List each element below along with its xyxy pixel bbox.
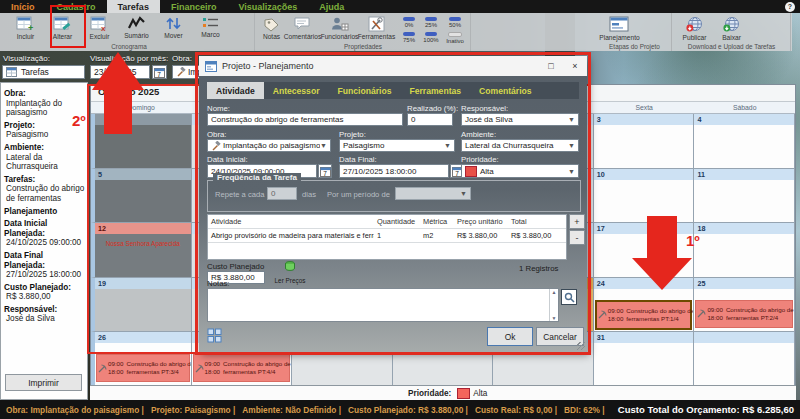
- ribbon-group-2: NotasComentáriosFuncionáriosFerramentas0…: [256, 13, 471, 51]
- legend-label: Prioridade:: [408, 389, 451, 398]
- calendar-picker-button[interactable]: 7: [152, 65, 167, 79]
- resize-grip[interactable]: [577, 342, 585, 350]
- close-button[interactable]: ×: [563, 56, 587, 76]
- annotation-box-alterar: [50, 5, 86, 48]
- dialog-title-bar[interactable]: Projeto - Planejamento □ ×: [199, 56, 587, 76]
- dialog-tab-antecessor[interactable]: Antecessor: [264, 82, 329, 99]
- dialog-tab-atividade[interactable]: Atividade: [207, 82, 264, 99]
- realizado-input[interactable]: 0: [407, 113, 453, 126]
- event-text: ferramentas PT:1/4: [626, 315, 694, 323]
- notes-scrollbar[interactable]: ▲▼: [549, 289, 558, 321]
- ribbon-button-ferramentas[interactable]: Ferramentas: [359, 15, 394, 40]
- dialog-tab-ferramentas[interactable]: Ferramentas: [400, 82, 470, 99]
- calendar-day-cell[interactable]: [91, 114, 192, 169]
- pickaxe-icon: [697, 309, 706, 318]
- status-item: Custo Real: R$ 0,00: [475, 405, 557, 415]
- tools-icon: [368, 16, 385, 32]
- calendar-day-cell[interactable]: 31: [594, 332, 695, 387]
- progress-bar-icon: [403, 17, 415, 21]
- ribbon-button-notas[interactable]: Notas: [260, 15, 283, 40]
- add-row-button[interactable]: +: [569, 214, 585, 229]
- view-selector[interactable]: Tarefas: [2, 65, 85, 79]
- task-event[interactable]: 09:0018:00Construção do abrigo deferrame…: [595, 300, 693, 330]
- data-inicial-calendar-button[interactable]: 7: [318, 164, 332, 178]
- ribbon-button-coment-rios[interactable]: Comentários: [285, 15, 320, 40]
- calendar-day-cell[interactable]: 12Nossa Senhora Aparecida: [91, 223, 192, 278]
- priority-color-swatch: [465, 166, 477, 177]
- ribbon-button-marco[interactable]: Marco: [193, 15, 228, 38]
- event-time: 09:00: [707, 306, 722, 314]
- ribbon-button-sum-rio[interactable]: Sumário: [119, 15, 154, 39]
- obra-select[interactable]: Implantação do paisagismo▼: [207, 139, 331, 152]
- grid-icon: [6, 67, 18, 78]
- ribbon-button-funcion-rios[interactable]: Funcionários: [322, 15, 357, 40]
- task-event[interactable]: 09:0018:00Construção do abrigo deferrame…: [695, 300, 793, 328]
- projeto-select[interactable]: Paisagismo▼: [339, 139, 455, 152]
- ribbon-tab-ajuda[interactable]: Ajuda: [308, 0, 355, 13]
- ler-precos-button[interactable]: Ler Preços: [273, 259, 307, 284]
- day-number: 12: [95, 223, 191, 234]
- remove-row-button[interactable]: -: [569, 230, 585, 245]
- calendar-day-cell[interactable]: 4: [694, 114, 795, 169]
- progress-button-0pct[interactable]: 0%: [398, 15, 420, 30]
- ribbon-button-mover[interactable]: Mover: [156, 15, 191, 39]
- calendar-day-cell[interactable]: [694, 332, 795, 387]
- task-event[interactable]: 09:0018:00Construção do abrigo deferrame…: [96, 354, 190, 382]
- calendar-day-cell[interactable]: 5: [91, 169, 192, 224]
- day-number: 31: [594, 332, 694, 343]
- search-notes-button[interactable]: [561, 289, 577, 305]
- ribbon-button-incluir[interactable]: +Incluir: [8, 15, 43, 40]
- dialog-title: Projeto - Planejamento: [222, 61, 314, 71]
- calendar-day-cell[interactable]: 10: [594, 169, 695, 224]
- table-row[interactable]: Abrigo provisório de madeira para materi…: [208, 229, 566, 243]
- event-time: 18:00: [707, 314, 722, 322]
- calendar-day-cell[interactable]: 19: [91, 278, 192, 333]
- realizado-label: Realizado (%):: [407, 104, 458, 113]
- calendar-day-cell[interactable]: 11: [694, 169, 795, 224]
- ribbon-button-publicar[interactable]: Publicar: [677, 15, 712, 41]
- ribbon-tab-visualizações[interactable]: Visualizações: [227, 0, 308, 13]
- ribbon-button-planejamento[interactable]: Planejamento: [602, 15, 637, 41]
- print-button[interactable]: Imprimir: [5, 374, 82, 391]
- prioridade-select[interactable]: Alta▼: [461, 164, 579, 178]
- ribbon-button-baixar[interactable]: Baixar: [714, 15, 749, 41]
- info-label: Tarefas:: [4, 175, 85, 185]
- info-value: Lateral da Churrasqueira: [4, 153, 85, 172]
- hammer-icon: [211, 141, 221, 151]
- day-number: 10: [594, 169, 694, 180]
- dialog-tab-coment-rios[interactable]: Comentários: [470, 82, 541, 99]
- progress-button-50pct[interactable]: 50%: [442, 15, 468, 30]
- notas-textarea[interactable]: ▲▼: [207, 288, 559, 322]
- keypad-icon[interactable]: [207, 328, 222, 343]
- calendar-day-cell[interactable]: 3: [594, 114, 695, 169]
- ribbon-tab-financeiro[interactable]: Financeiro: [160, 0, 228, 13]
- periodo-label: Por um período de: [327, 190, 390, 199]
- calendar-day-cell[interactable]: 17: [594, 223, 695, 278]
- event-text: ferramentas PT:3/4: [126, 368, 191, 376]
- responsavel-select[interactable]: José da Silva▼: [461, 113, 579, 126]
- nome-input[interactable]: Construção do abrigo de ferramentas: [207, 113, 403, 126]
- day-number: 19: [95, 278, 191, 289]
- data-final-input[interactable]: 27/10/2025 18:00:00: [339, 164, 449, 178]
- ambiente-select[interactable]: Lateral da Churrasqueira▼: [461, 139, 579, 152]
- maximize-button[interactable]: □: [539, 56, 563, 76]
- move-icon: [165, 16, 182, 31]
- ribbon-tab-início[interactable]: Início: [0, 0, 46, 13]
- calendar-day-cell[interactable]: 2609:0018:00Construção do abrigo deferra…: [91, 332, 192, 387]
- dialog-tab-funcion-rios[interactable]: Funcionários: [329, 82, 401, 99]
- month-date-input[interactable]: 23/10/2025: [90, 65, 150, 79]
- calendar-day-cell[interactable]: 2409:0018:00Construção do abrigo deferra…: [594, 278, 695, 333]
- atividade-table[interactable]: AtividadeQuantidadeMétricaPreço unitário…: [207, 214, 567, 260]
- repete-input: 0: [267, 187, 297, 200]
- info-label: Planejamento: [4, 207, 85, 217]
- ribbon-tab-tarefas[interactable]: Tarefas: [107, 0, 160, 13]
- column-header: Total: [508, 217, 566, 226]
- progress-button-25pct[interactable]: 25%: [420, 15, 442, 30]
- task-event[interactable]: 09:0018:00Construção do abrigo deferrame…: [193, 354, 291, 382]
- calendar-day-cell[interactable]: 18: [694, 223, 795, 278]
- ribbon-button-excluir[interactable]: xExcluir: [82, 15, 117, 40]
- calendar-day-cell[interactable]: 2509:0018:00Construção do abrigo deferra…: [694, 278, 795, 333]
- publish-globe-icon: [685, 16, 704, 33]
- ok-button[interactable]: Ok: [487, 327, 533, 346]
- help-icon[interactable]: ?: [785, 2, 795, 12]
